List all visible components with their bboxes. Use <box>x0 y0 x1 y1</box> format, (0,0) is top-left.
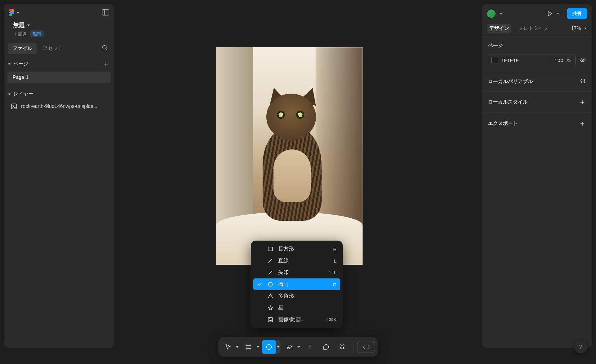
menu-item-polygon[interactable]: 多角形 <box>253 290 340 302</box>
actions-icon <box>339 344 346 350</box>
page-background-row: 1E1E1E 100 % <box>488 55 586 66</box>
tab-assets[interactable]: アセット <box>38 43 67 54</box>
pen-tool-group <box>282 340 301 354</box>
star-icon <box>267 305 274 311</box>
tab-prototype[interactable]: プロトタイプ <box>517 24 550 33</box>
chevron-down-icon <box>27 24 30 26</box>
menu-item-star[interactable]: 星 <box>253 302 340 314</box>
document-title: 無題 <box>13 21 25 29</box>
actions-button[interactable] <box>335 340 350 354</box>
caret-down-icon <box>8 93 11 95</box>
main-menu-button[interactable] <box>9 8 19 17</box>
page-section: ページ 1E1E1E 100 % <box>482 37 592 72</box>
layer-item[interactable]: rock-earth-9ludL46nwps-unsplas... <box>4 100 114 112</box>
left-panel: 無題 下書き 無料 ファイル アセット ページ ＋ Page 1 レイヤー ro… <box>4 4 114 348</box>
menu-item-ellipse[interactable]: 楕円 O <box>253 278 340 290</box>
toggle-panels-button[interactable] <box>102 9 109 16</box>
chevron-down-icon <box>257 346 259 348</box>
shape-tool-group <box>262 340 281 354</box>
svg-point-23 <box>340 348 341 349</box>
document-title-row[interactable]: 無題 <box>4 19 114 30</box>
zoom-value: 17% <box>571 26 581 31</box>
rectangle-icon <box>267 246 274 252</box>
layers-header[interactable]: レイヤー <box>4 88 114 100</box>
text-tool-button[interactable] <box>303 340 317 354</box>
menu-shortcut: R <box>333 246 336 252</box>
tab-design[interactable]: デザイン <box>487 24 511 33</box>
chevron-down-icon <box>277 346 280 348</box>
visibility-toggle[interactable] <box>579 56 586 65</box>
menu-item-line[interactable]: 直線 L <box>253 255 340 267</box>
page-section-title: ページ <box>488 42 586 49</box>
chevron-down-icon[interactable] <box>557 13 559 14</box>
menu-shortcut: L <box>334 258 336 264</box>
pen-tool-chevron[interactable] <box>297 346 301 348</box>
plus-icon: ＋ <box>579 97 586 107</box>
chevron-down-icon <box>584 28 587 29</box>
comment-tool-button[interactable] <box>319 340 333 354</box>
pen-icon <box>286 344 293 350</box>
document-status: 下書き <box>13 31 27 37</box>
move-tool-chevron[interactable] <box>235 346 240 348</box>
check-icon <box>257 282 263 286</box>
move-tool-button[interactable] <box>221 340 235 354</box>
local-variables-title: ローカルバリアブル <box>488 78 533 85</box>
sliders-icon <box>580 78 586 86</box>
svg-rect-1 <box>102 10 109 15</box>
export-section[interactable]: エクスポート ＋ <box>482 113 592 134</box>
frame-tool-button[interactable] <box>242 340 256 354</box>
plan-badge[interactable]: 無料 <box>30 30 44 37</box>
shape-tool-chevron[interactable] <box>276 340 281 354</box>
svg-point-30 <box>584 81 585 82</box>
menu-label: 楕円 <box>278 281 328 288</box>
svg-rect-5 <box>11 104 16 109</box>
opacity-value: 100 % <box>551 58 575 63</box>
shape-tool-button[interactable] <box>262 340 276 354</box>
bottom-toolbar <box>219 337 378 357</box>
svg-line-9 <box>269 271 272 274</box>
layers-section: レイヤー rock-earth-9ludL46nwps-unsplas... <box>4 88 114 112</box>
local-variables-section[interactable]: ローカルバリアブル <box>482 72 592 91</box>
search-button[interactable] <box>100 43 110 54</box>
page-item[interactable]: Page 1 <box>7 72 111 83</box>
cursor-icon <box>225 344 232 350</box>
color-swatch <box>491 57 498 64</box>
add-page-button[interactable]: ＋ <box>102 59 109 69</box>
chevron-down-icon[interactable] <box>500 13 502 14</box>
svg-point-17 <box>267 344 272 349</box>
eye-icon <box>579 56 586 63</box>
layer-name: rock-earth-9ludL46nwps-unsplas... <box>21 104 97 109</box>
pages-section: ページ ＋ Page 1 <box>4 56 114 83</box>
help-button[interactable]: ? <box>574 340 587 353</box>
svg-point-28 <box>581 80 582 81</box>
present-button[interactable] <box>547 11 553 17</box>
frame-tool-chevron[interactable] <box>256 346 260 348</box>
canvas-image[interactable] <box>216 47 363 265</box>
menu-item-image[interactable]: 画像/動画... ⇧⌘K <box>253 314 340 326</box>
text-icon <box>307 344 314 350</box>
local-styles-section[interactable]: ローカルスタイル ＋ <box>482 91 592 113</box>
share-button[interactable]: 共有 <box>567 8 587 19</box>
menu-item-arrow[interactable]: 矢印 ⇧ L <box>253 267 340 278</box>
svg-point-12 <box>269 318 270 319</box>
arrow-icon <box>267 270 274 275</box>
menu-item-rectangle[interactable]: 長方形 R <box>253 243 340 255</box>
play-icon <box>547 11 553 17</box>
export-title: エクスポート <box>488 120 518 127</box>
frame-tool-group <box>242 340 260 354</box>
background-color-input[interactable]: 1E1E1E 100 % <box>488 55 576 66</box>
tab-file[interactable]: ファイル <box>8 43 37 54</box>
zoom-control[interactable]: 17% <box>571 26 587 31</box>
left-panel-tabs: ファイル アセット <box>4 41 114 56</box>
line-icon <box>267 258 274 264</box>
pages-header[interactable]: ページ ＋ <box>4 56 114 72</box>
comment-icon <box>323 344 330 350</box>
pen-tool-button[interactable] <box>282 340 297 354</box>
figma-logo-icon <box>9 8 15 17</box>
toolbar-separator <box>353 341 354 353</box>
ellipse-icon <box>266 344 273 350</box>
dev-mode-button[interactable] <box>357 341 375 353</box>
user-avatar[interactable] <box>487 9 496 18</box>
dev-mode-icon <box>362 344 371 350</box>
layers-title: レイヤー <box>13 91 33 97</box>
